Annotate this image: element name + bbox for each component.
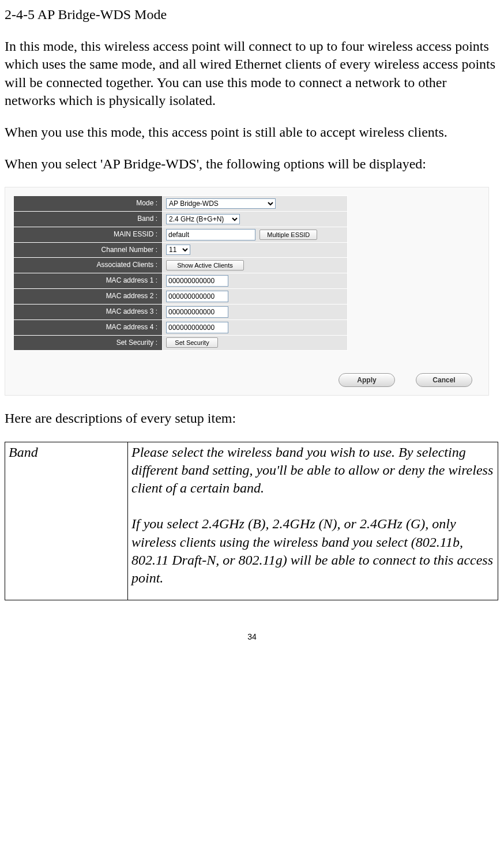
intro-paragraph-2: When you use this mode, this access poin…	[5, 123, 499, 141]
multiple-essid-button[interactable]: Multiple ESSID	[259, 230, 317, 240]
description-intro: Here are descriptions of every setup ite…	[5, 409, 499, 427]
desc-item-text-a: Please select the wireless band you wish…	[131, 445, 493, 495]
label-associated: Associated Clients :	[14, 258, 163, 273]
description-table: Band Please select the wireless band you…	[5, 442, 498, 601]
show-active-clients-button[interactable]: Show Active Clients	[166, 260, 244, 270]
label-mac2: MAC address 2 :	[14, 288, 163, 304]
desc-item-text: Please select the wireless band you wish…	[128, 442, 498, 600]
mac3-input[interactable]	[166, 306, 228, 318]
label-mode: Mode :	[14, 196, 163, 212]
label-mac4: MAC address 4 :	[14, 320, 163, 335]
essid-input[interactable]	[166, 229, 255, 240]
apply-button[interactable]: Apply	[338, 373, 395, 387]
label-essid: MAIN ESSID :	[14, 227, 163, 242]
table-row: Band Please select the wireless band you…	[5, 442, 498, 600]
label-band: Band :	[14, 211, 163, 227]
panel-buttons: Apply Cancel	[5, 353, 488, 395]
band-select[interactable]: 2.4 GHz (B+G+N)	[166, 214, 240, 224]
mac1-input[interactable]	[166, 275, 228, 287]
label-security: Set Security :	[14, 335, 163, 351]
config-table: Mode : AP Bridge-WDS Band : 2.4 GHz (B+G…	[13, 196, 348, 351]
mac4-input[interactable]	[166, 322, 228, 333]
mac2-input[interactable]	[166, 291, 228, 302]
mode-select[interactable]: AP Bridge-WDS	[166, 198, 276, 209]
page-number: 34	[5, 632, 499, 642]
config-form: Mode : AP Bridge-WDS Band : 2.4 GHz (B+G…	[5, 187, 488, 353]
intro-paragraph-3: When you select 'AP Bridge-WDS', the fol…	[5, 155, 499, 173]
channel-select[interactable]: 11	[166, 245, 190, 255]
desc-item-name: Band	[5, 442, 128, 600]
section-title: 2-4-5 AP Bridge-WDS Mode	[5, 6, 499, 24]
label-mac3: MAC address 3 :	[14, 304, 163, 320]
cancel-button[interactable]: Cancel	[416, 373, 472, 387]
set-security-button[interactable]: Set Security	[166, 337, 218, 348]
intro-paragraph-1: In this mode, this wireless access point…	[5, 37, 499, 110]
config-panel: Mode : AP Bridge-WDS Band : 2.4 GHz (B+G…	[5, 187, 489, 396]
label-mac1: MAC address 1 :	[14, 273, 163, 288]
desc-item-text-b: If you select 2.4GHz (B), 2.4GHz (N), or…	[131, 516, 493, 585]
label-channel: Channel Number :	[14, 242, 163, 258]
